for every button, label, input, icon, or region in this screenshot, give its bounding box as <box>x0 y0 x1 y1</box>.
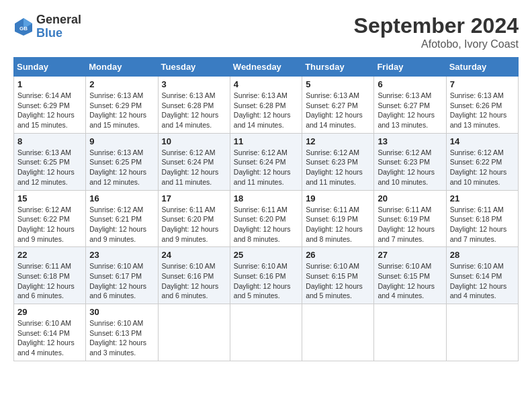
day-number: 3 <box>162 79 226 89</box>
day-number: 2 <box>89 79 154 89</box>
page-header: GB General Blue September 2024 Afotobo, … <box>13 13 519 50</box>
day-info: Sunrise: 6:13 AM Sunset: 6:27 PM Dayligh… <box>306 91 370 130</box>
calendar-day-cell: 29Sunrise: 6:10 AM Sunset: 6:14 PM Dayli… <box>14 304 86 361</box>
day-info: Sunrise: 6:10 AM Sunset: 6:14 PM Dayligh… <box>450 261 515 301</box>
logo: GB General Blue <box>13 13 81 40</box>
day-info: Sunrise: 6:10 AM Sunset: 6:13 PM Dayligh… <box>89 318 154 358</box>
day-number: 16 <box>89 193 154 203</box>
calendar-day-cell: 13Sunrise: 6:12 AM Sunset: 6:23 PM Dayli… <box>374 133 446 190</box>
day-number: 5 <box>306 79 370 89</box>
day-number: 22 <box>17 250 82 260</box>
calendar-day-cell: 3Sunrise: 6:13 AM Sunset: 6:28 PM Daylig… <box>158 77 230 134</box>
day-info: Sunrise: 6:10 AM Sunset: 6:16 PM Dayligh… <box>162 261 226 301</box>
title-block: September 2024 Afotobo, Ivory Coast <box>354 13 519 50</box>
calendar-table: SundayMondayTuesdayWednesdayThursdayFrid… <box>13 57 519 361</box>
weekday-header-monday: Monday <box>86 58 158 77</box>
calendar-day-cell: 14Sunrise: 6:12 AM Sunset: 6:22 PM Dayli… <box>446 133 518 190</box>
calendar-day-cell: 25Sunrise: 6:10 AM Sunset: 6:16 PM Dayli… <box>230 247 302 304</box>
calendar-day-cell: 7Sunrise: 6:13 AM Sunset: 6:26 PM Daylig… <box>446 77 518 134</box>
day-number: 28 <box>450 250 515 260</box>
day-number: 4 <box>234 79 298 89</box>
calendar-day-cell: 5Sunrise: 6:13 AM Sunset: 6:27 PM Daylig… <box>302 77 374 134</box>
calendar-day-cell: 30Sunrise: 6:10 AM Sunset: 6:13 PM Dayli… <box>86 304 158 361</box>
calendar-day-cell <box>446 304 518 361</box>
day-number: 10 <box>162 136 226 146</box>
day-info: Sunrise: 6:10 AM Sunset: 6:15 PM Dayligh… <box>306 261 370 301</box>
weekday-header-tuesday: Tuesday <box>158 58 230 77</box>
day-number: 29 <box>17 307 82 317</box>
calendar-day-cell: 22Sunrise: 6:11 AM Sunset: 6:18 PM Dayli… <box>14 247 86 304</box>
calendar-day-cell: 10Sunrise: 6:12 AM Sunset: 6:24 PM Dayli… <box>158 133 230 190</box>
day-number: 11 <box>234 136 298 146</box>
calendar-week-row: 1Sunrise: 6:14 AM Sunset: 6:29 PM Daylig… <box>14 77 519 134</box>
day-info: Sunrise: 6:10 AM Sunset: 6:14 PM Dayligh… <box>17 318 82 358</box>
calendar-day-cell: 12Sunrise: 6:12 AM Sunset: 6:23 PM Dayli… <box>302 133 374 190</box>
calendar-day-cell: 19Sunrise: 6:11 AM Sunset: 6:19 PM Dayli… <box>302 190 374 247</box>
location: Afotobo, Ivory Coast <box>354 38 519 50</box>
day-info: Sunrise: 6:13 AM Sunset: 6:28 PM Dayligh… <box>162 91 226 130</box>
day-info: Sunrise: 6:11 AM Sunset: 6:18 PM Dayligh… <box>17 261 82 301</box>
weekday-header-sunday: Sunday <box>14 58 86 77</box>
day-number: 17 <box>162 193 226 203</box>
day-number: 20 <box>378 193 442 203</box>
day-number: 12 <box>306 136 370 146</box>
day-info: Sunrise: 6:13 AM Sunset: 6:25 PM Dayligh… <box>89 148 154 187</box>
calendar-day-cell <box>158 304 230 361</box>
day-number: 1 <box>17 79 82 89</box>
calendar-day-cell: 24Sunrise: 6:10 AM Sunset: 6:16 PM Dayli… <box>158 247 230 304</box>
day-info: Sunrise: 6:12 AM Sunset: 6:23 PM Dayligh… <box>306 148 370 187</box>
day-number: 7 <box>450 79 515 89</box>
calendar-day-cell: 2Sunrise: 6:13 AM Sunset: 6:29 PM Daylig… <box>86 77 158 134</box>
day-info: Sunrise: 6:13 AM Sunset: 6:26 PM Dayligh… <box>450 91 515 130</box>
day-number: 18 <box>234 193 298 203</box>
weekday-header-thursday: Thursday <box>302 58 374 77</box>
calendar-header-row: SundayMondayTuesdayWednesdayThursdayFrid… <box>14 58 519 77</box>
day-number: 27 <box>378 250 442 260</box>
day-number: 19 <box>306 193 370 203</box>
calendar-day-cell <box>230 304 302 361</box>
day-info: Sunrise: 6:12 AM Sunset: 6:24 PM Dayligh… <box>162 148 226 187</box>
day-number: 9 <box>89 136 154 146</box>
day-info: Sunrise: 6:13 AM Sunset: 6:28 PM Dayligh… <box>234 91 298 130</box>
day-info: Sunrise: 6:11 AM Sunset: 6:19 PM Dayligh… <box>306 205 370 244</box>
calendar-week-row: 8Sunrise: 6:13 AM Sunset: 6:25 PM Daylig… <box>14 133 519 190</box>
calendar-day-cell: 23Sunrise: 6:10 AM Sunset: 6:17 PM Dayli… <box>86 247 158 304</box>
calendar-day-cell: 17Sunrise: 6:11 AM Sunset: 6:20 PM Dayli… <box>158 190 230 247</box>
day-info: Sunrise: 6:11 AM Sunset: 6:18 PM Dayligh… <box>450 205 515 244</box>
logo-line2: Blue <box>36 27 81 40</box>
calendar-day-cell: 9Sunrise: 6:13 AM Sunset: 6:25 PM Daylig… <box>86 133 158 190</box>
calendar-day-cell: 11Sunrise: 6:12 AM Sunset: 6:24 PM Dayli… <box>230 133 302 190</box>
day-info: Sunrise: 6:12 AM Sunset: 6:23 PM Dayligh… <box>378 148 442 187</box>
logo-icon: GB <box>13 17 34 37</box>
calendar-day-cell: 6Sunrise: 6:13 AM Sunset: 6:27 PM Daylig… <box>374 77 446 134</box>
day-info: Sunrise: 6:13 AM Sunset: 6:25 PM Dayligh… <box>17 148 82 187</box>
calendar-day-cell: 4Sunrise: 6:13 AM Sunset: 6:28 PM Daylig… <box>230 77 302 134</box>
calendar-day-cell: 15Sunrise: 6:12 AM Sunset: 6:22 PM Dayli… <box>14 190 86 247</box>
day-info: Sunrise: 6:14 AM Sunset: 6:29 PM Dayligh… <box>17 91 82 130</box>
calendar-day-cell: 20Sunrise: 6:11 AM Sunset: 6:19 PM Dayli… <box>374 190 446 247</box>
calendar-day-cell: 1Sunrise: 6:14 AM Sunset: 6:29 PM Daylig… <box>14 77 86 134</box>
day-info: Sunrise: 6:13 AM Sunset: 6:27 PM Dayligh… <box>378 91 442 130</box>
day-number: 8 <box>17 136 82 146</box>
logo-text: General Blue <box>36 13 81 40</box>
day-number: 15 <box>17 193 82 203</box>
day-info: Sunrise: 6:13 AM Sunset: 6:29 PM Dayligh… <box>89 91 154 130</box>
calendar-day-cell <box>374 304 446 361</box>
day-number: 24 <box>162 250 226 260</box>
day-info: Sunrise: 6:11 AM Sunset: 6:20 PM Dayligh… <box>162 205 226 244</box>
calendar-day-cell <box>302 304 374 361</box>
day-number: 6 <box>378 79 442 89</box>
day-info: Sunrise: 6:10 AM Sunset: 6:17 PM Dayligh… <box>89 261 154 301</box>
calendar-day-cell: 21Sunrise: 6:11 AM Sunset: 6:18 PM Dayli… <box>446 190 518 247</box>
day-number: 26 <box>306 250 370 260</box>
day-info: Sunrise: 6:11 AM Sunset: 6:19 PM Dayligh… <box>378 205 442 244</box>
month-title: September 2024 <box>354 13 519 38</box>
calendar-day-cell: 26Sunrise: 6:10 AM Sunset: 6:15 PM Dayli… <box>302 247 374 304</box>
day-info: Sunrise: 6:10 AM Sunset: 6:15 PM Dayligh… <box>378 261 442 301</box>
day-number: 21 <box>450 193 515 203</box>
day-info: Sunrise: 6:12 AM Sunset: 6:21 PM Dayligh… <box>89 205 154 244</box>
weekday-header-wednesday: Wednesday <box>230 58 302 77</box>
calendar-week-row: 15Sunrise: 6:12 AM Sunset: 6:22 PM Dayli… <box>14 190 519 247</box>
day-number: 25 <box>234 250 298 260</box>
logo-line1: General <box>36 13 81 27</box>
